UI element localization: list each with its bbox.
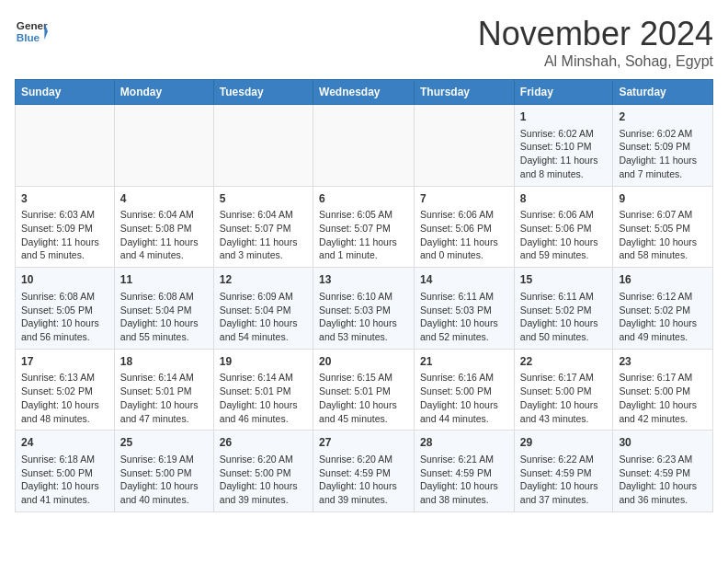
cell-content: Sunrise: 6:04 AM Sunset: 5:07 PM Dayligh… [220,208,307,262]
cell-content: Sunrise: 6:11 AM Sunset: 5:02 PM Dayligh… [520,290,608,344]
day-number: 12 [220,272,307,288]
calendar-cell [114,105,213,187]
cell-content: Sunrise: 6:09 AM Sunset: 5:04 PM Dayligh… [220,290,307,344]
cell-content: Sunrise: 6:18 AM Sunset: 5:00 PM Dayligh… [21,453,108,507]
calendar-cell: 24Sunrise: 6:18 AM Sunset: 5:00 PM Dayli… [16,431,115,512]
cell-content: Sunrise: 6:07 AM Sunset: 5:05 PM Dayligh… [619,208,707,262]
day-number: 29 [520,435,608,451]
day-number: 11 [120,272,208,288]
calendar-cell: 3Sunrise: 6:03 AM Sunset: 5:09 PM Daylig… [16,186,115,268]
calendar-cell: 16Sunrise: 6:12 AM Sunset: 5:02 PM Dayli… [613,268,713,350]
cell-content: Sunrise: 6:10 AM Sunset: 5:03 PM Dayligh… [319,290,408,344]
page-header: General Blue November 2024 Al Minshah, S… [15,15,713,70]
calendar-cell: 10Sunrise: 6:08 AM Sunset: 5:05 PM Dayli… [16,268,115,350]
calendar-body: 1Sunrise: 6:02 AM Sunset: 5:10 PM Daylig… [16,105,713,512]
cell-content: Sunrise: 6:05 AM Sunset: 5:07 PM Dayligh… [319,208,408,262]
calendar-cell [213,105,313,187]
calendar-cell: 15Sunrise: 6:11 AM Sunset: 5:02 PM Dayli… [514,268,613,350]
day-number: 4 [120,191,208,207]
location-title: Al Minshah, Sohag, Egypt [478,53,713,70]
cell-content: Sunrise: 6:06 AM Sunset: 5:06 PM Dayligh… [520,208,608,262]
calendar-cell: 28Sunrise: 6:21 AM Sunset: 4:59 PM Dayli… [415,431,515,512]
day-number: 7 [420,191,508,207]
day-number: 27 [319,435,408,451]
weekday-tuesday: Tuesday [213,80,313,105]
day-number: 1 [520,109,608,125]
day-number: 22 [520,354,608,370]
weekday-sunday: Sunday [16,80,115,105]
svg-text:Blue: Blue [17,31,40,43]
day-number: 24 [21,435,108,451]
day-number: 30 [619,435,707,451]
cell-content: Sunrise: 6:14 AM Sunset: 5:01 PM Dayligh… [120,371,208,425]
calendar-cell: 4Sunrise: 6:04 AM Sunset: 5:08 PM Daylig… [114,186,213,268]
day-number: 13 [319,272,408,288]
calendar-cell: 29Sunrise: 6:22 AM Sunset: 4:59 PM Dayli… [514,431,613,512]
cell-content: Sunrise: 6:22 AM Sunset: 4:59 PM Dayligh… [520,453,608,507]
calendar-cell: 27Sunrise: 6:20 AM Sunset: 4:59 PM Dayli… [313,431,415,512]
week-row-3: 10Sunrise: 6:08 AM Sunset: 5:05 PM Dayli… [16,268,713,350]
week-row-5: 24Sunrise: 6:18 AM Sunset: 5:00 PM Dayli… [16,431,713,512]
day-number: 14 [420,272,508,288]
calendar-cell [313,105,415,187]
calendar-cell: 12Sunrise: 6:09 AM Sunset: 5:04 PM Dayli… [213,268,313,350]
calendar-cell: 2Sunrise: 6:02 AM Sunset: 5:09 PM Daylig… [613,105,713,187]
calendar-table: SundayMondayTuesdayWednesdayThursdayFrid… [15,79,713,512]
calendar-cell: 21Sunrise: 6:16 AM Sunset: 5:00 PM Dayli… [415,349,515,431]
cell-content: Sunrise: 6:16 AM Sunset: 5:00 PM Dayligh… [420,371,508,425]
day-number: 18 [120,354,208,370]
calendar-cell: 13Sunrise: 6:10 AM Sunset: 5:03 PM Dayli… [313,268,415,350]
cell-content: Sunrise: 6:21 AM Sunset: 4:59 PM Dayligh… [420,453,508,507]
day-number: 17 [21,354,108,370]
calendar-cell: 30Sunrise: 6:23 AM Sunset: 4:59 PM Dayli… [613,431,713,512]
calendar-cell: 11Sunrise: 6:08 AM Sunset: 5:04 PM Dayli… [114,268,213,350]
cell-content: Sunrise: 6:12 AM Sunset: 5:02 PM Dayligh… [619,290,707,344]
calendar-cell: 1Sunrise: 6:02 AM Sunset: 5:10 PM Daylig… [514,105,613,187]
day-number: 28 [420,435,508,451]
logo-icon: General Blue [15,15,48,48]
logo: General Blue [15,15,48,48]
weekday-header-row: SundayMondayTuesdayWednesdayThursdayFrid… [16,80,713,105]
day-number: 3 [21,191,108,207]
cell-content: Sunrise: 6:14 AM Sunset: 5:01 PM Dayligh… [220,371,307,425]
cell-content: Sunrise: 6:08 AM Sunset: 5:05 PM Dayligh… [21,290,108,344]
day-number: 26 [220,435,307,451]
calendar-cell [16,105,115,187]
calendar-cell: 9Sunrise: 6:07 AM Sunset: 5:05 PM Daylig… [613,186,713,268]
weekday-saturday: Saturday [613,80,713,105]
calendar-cell [415,105,515,187]
calendar-cell: 22Sunrise: 6:17 AM Sunset: 5:00 PM Dayli… [514,349,613,431]
day-number: 15 [520,272,608,288]
calendar-cell: 26Sunrise: 6:20 AM Sunset: 5:00 PM Dayli… [213,431,313,512]
cell-content: Sunrise: 6:23 AM Sunset: 4:59 PM Dayligh… [619,453,707,507]
calendar-cell: 17Sunrise: 6:13 AM Sunset: 5:02 PM Dayli… [16,349,115,431]
weekday-wednesday: Wednesday [313,80,415,105]
calendar-cell: 7Sunrise: 6:06 AM Sunset: 5:06 PM Daylig… [415,186,515,268]
week-row-1: 1Sunrise: 6:02 AM Sunset: 5:10 PM Daylig… [16,105,713,187]
cell-content: Sunrise: 6:02 AM Sunset: 5:09 PM Dayligh… [619,127,707,181]
day-number: 21 [420,354,508,370]
calendar-cell: 20Sunrise: 6:15 AM Sunset: 5:01 PM Dayli… [313,349,415,431]
cell-content: Sunrise: 6:15 AM Sunset: 5:01 PM Dayligh… [319,371,408,425]
day-number: 20 [319,354,408,370]
day-number: 25 [120,435,208,451]
calendar-cell: 6Sunrise: 6:05 AM Sunset: 5:07 PM Daylig… [313,186,415,268]
day-number: 9 [619,191,707,207]
cell-content: Sunrise: 6:20 AM Sunset: 5:00 PM Dayligh… [220,453,307,507]
cell-content: Sunrise: 6:19 AM Sunset: 5:00 PM Dayligh… [120,453,208,507]
cell-content: Sunrise: 6:17 AM Sunset: 5:00 PM Dayligh… [619,371,707,425]
calendar-cell: 14Sunrise: 6:11 AM Sunset: 5:03 PM Dayli… [415,268,515,350]
cell-content: Sunrise: 6:17 AM Sunset: 5:00 PM Dayligh… [520,371,608,425]
calendar-cell: 18Sunrise: 6:14 AM Sunset: 5:01 PM Dayli… [114,349,213,431]
svg-text:General: General [17,19,48,31]
weekday-monday: Monday [114,80,213,105]
cell-content: Sunrise: 6:06 AM Sunset: 5:06 PM Dayligh… [420,208,508,262]
month-title: November 2024 [478,15,713,53]
calendar-cell: 25Sunrise: 6:19 AM Sunset: 5:00 PM Dayli… [114,431,213,512]
day-number: 5 [220,191,307,207]
day-number: 6 [319,191,408,207]
week-row-2: 3Sunrise: 6:03 AM Sunset: 5:09 PM Daylig… [16,186,713,268]
day-number: 16 [619,272,707,288]
day-number: 8 [520,191,608,207]
calendar-cell: 8Sunrise: 6:06 AM Sunset: 5:06 PM Daylig… [514,186,613,268]
